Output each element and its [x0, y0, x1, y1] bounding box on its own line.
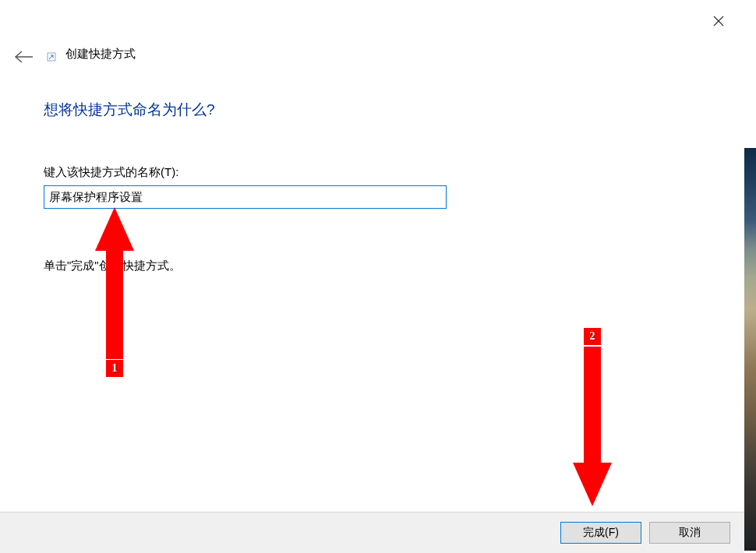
shortcut-icon	[47, 51, 56, 61]
annotation-label-2: 2	[584, 328, 601, 345]
page-heading: 想将快捷方式命名为什么?	[44, 100, 215, 120]
instruction-text: 单击"完成"创建快捷方式。	[44, 259, 181, 273]
finish-button[interactable]: 完成(F)	[560, 522, 641, 544]
desktop-background-sliver	[744, 148, 756, 551]
name-label: 键入该快捷方式的名称(T):	[44, 165, 178, 180]
close-icon	[713, 16, 724, 26]
annotation-label-1: 1	[106, 360, 123, 377]
close-button[interactable]	[707, 9, 730, 33]
shortcut-name-input[interactable]	[44, 185, 447, 209]
back-button[interactable]	[12, 45, 36, 69]
wizard-title: 创建快捷方式	[65, 47, 136, 62]
button-bar: 完成(F) 取消	[0, 512, 744, 553]
back-arrow-icon	[14, 50, 34, 64]
cancel-button[interactable]: 取消	[649, 522, 730, 544]
